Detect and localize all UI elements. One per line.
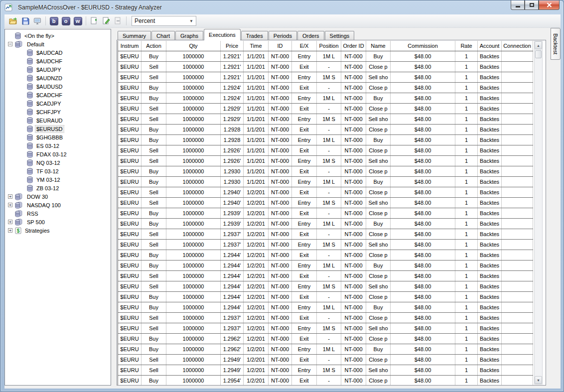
- table-row[interactable]: $EURUBuy10000001.29281/1/201NT-000Exit-N…: [118, 125, 533, 135]
- tree-item-rss[interactable]: RSS: [5, 209, 111, 218]
- tree-item--cadchf[interactable]: $CADCHF: [5, 91, 111, 99]
- column-header-qty[interactable]: Qty: [166, 41, 221, 51]
- tree-item--on-the-fly-[interactable]: <On the fly>: [5, 31, 111, 40]
- table-row[interactable]: $EURUSell10000001.2937'1/2/201NT-000Entr…: [118, 240, 533, 250]
- tree-item--euraud[interactable]: $EURAUD: [5, 116, 111, 125]
- table-row[interactable]: $EURUBuy10000001.2944'1/2/201NT-000Exit-…: [118, 250, 533, 261]
- tab-trades[interactable]: Trades: [241, 31, 268, 40]
- table-row[interactable]: $EURUSell10000001.2944'1/2/201NT-000Exit…: [118, 271, 533, 281]
- column-header-connection[interactable]: Connection: [502, 41, 533, 51]
- remove-button[interactable]: [113, 15, 124, 26]
- table-row[interactable]: $EURUSell10000001.2940'1/2/201NT-000Entr…: [118, 198, 533, 208]
- tab-executions[interactable]: Executions: [204, 29, 241, 40]
- tree-item-nasdaq-100[interactable]: +NASDAQ 100: [5, 201, 111, 209]
- tab-chart[interactable]: Chart: [151, 31, 175, 40]
- tree-item--audchf[interactable]: $AUDCHF: [5, 57, 111, 65]
- tree-item-strategies[interactable]: +$Strategies: [5, 226, 111, 235]
- tree-item--audcad[interactable]: $AUDCAD: [5, 48, 111, 57]
- column-header-position[interactable]: Position: [317, 41, 341, 51]
- tab-settings[interactable]: Settings: [325, 31, 355, 40]
- table-row[interactable]: $EURUSell10000001.2921'1/1/201NT-000Entr…: [118, 72, 533, 83]
- table-row[interactable]: $EURUBuy10000001.2924'1/1/201NT-000Entry…: [118, 93, 533, 104]
- table-row[interactable]: $EURUSell10000001.2921'1/1/201NT-000Exit…: [118, 62, 533, 72]
- optimize-mode-button[interactable]: o: [60, 15, 71, 26]
- backtest-mode-button[interactable]: b: [48, 15, 59, 26]
- table-row[interactable]: $EURUSell10000001.2937'1/2/201NT-000Entr…: [118, 323, 533, 334]
- table-row[interactable]: $EURUBuy10000001.2944'1/2/201NT-000Entry…: [118, 302, 533, 313]
- scroll-down-button[interactable]: ▼: [535, 376, 542, 384]
- tab-summary[interactable]: Summary: [118, 31, 151, 40]
- column-header-commission[interactable]: Commission: [391, 41, 455, 51]
- table-row[interactable]: $EURUSell10000001.2940'1/2/201NT-000Exit…: [118, 187, 533, 198]
- tree-item--audjpy[interactable]: $AUDJPY: [5, 65, 111, 74]
- title-bar[interactable]: SampleMACrossOver - $EURUSD - Strategy A…: [0, 0, 564, 14]
- scrollbar-thumb[interactable]: [535, 50, 542, 58]
- column-header-action[interactable]: Action: [141, 41, 166, 51]
- column-header-rate[interactable]: Rate: [455, 41, 478, 51]
- tree-item-nq-03-12[interactable]: NQ 03-12: [5, 158, 111, 167]
- table-row[interactable]: $EURUBuy10000001.2944'1/2/201NT-000Entry…: [118, 261, 533, 271]
- tab-periods[interactable]: Periods: [269, 31, 297, 40]
- save-button[interactable]: [20, 15, 31, 26]
- column-header-time[interactable]: Time: [244, 41, 269, 51]
- table-row[interactable]: $EURUSell10000001.2937'1/2/201NT-000Exit…: [118, 313, 533, 323]
- tree-item--cadjpy[interactable]: $CADJPY: [5, 99, 111, 108]
- expand-plus-icon[interactable]: +: [8, 220, 12, 224]
- minimize-button[interactable]: [511, 0, 525, 10]
- close-button[interactable]: [539, 0, 560, 10]
- table-row[interactable]: $EURUBuy10000001.29281/1/201NT-000Entry1…: [118, 135, 533, 145]
- table-row[interactable]: $EURUSell10000001.2937'1/2/201NT-000Exit…: [118, 229, 533, 240]
- column-header-e-x[interactable]: E/X: [292, 41, 317, 51]
- tree-item-dow-30[interactable]: +DOW 30: [5, 192, 111, 201]
- table-row[interactable]: $EURUSell10000001.2926'1/1/201NT-000Entr…: [118, 156, 533, 166]
- tree-item--eurusd[interactable]: $EURUSD: [5, 125, 111, 133]
- table-row[interactable]: $EURUSell10000001.2929'1/1/201NT-000Exit…: [118, 104, 533, 114]
- expand-plus-icon[interactable]: +: [8, 228, 12, 233]
- tree-item-sp-500[interactable]: +SP 500: [5, 218, 111, 226]
- table-row[interactable]: $EURUSell10000001.2949'1/2/201NT-000Entr…: [118, 365, 533, 376]
- column-header-id[interactable]: ID: [269, 41, 292, 51]
- maximize-button[interactable]: [525, 0, 539, 10]
- table-row[interactable]: $EURUBuy10000001.29301/1/201NT-000Exit-N…: [118, 166, 533, 177]
- table-row[interactable]: $EURUBuy10000001.2962'1/2/201NT-000Exit-…: [118, 334, 533, 344]
- column-header-instrum[interactable]: Instrum: [118, 41, 141, 51]
- scroll-up-button[interactable]: ▲: [535, 41, 542, 49]
- table-row[interactable]: $EURUSell10000001.2929'1/1/201NT-000Entr…: [118, 114, 533, 125]
- display-mode-select[interactable]: Percent ▼: [132, 16, 196, 26]
- table-row[interactable]: $EURUSell10000001.2944'1/2/201NT-000Entr…: [118, 281, 533, 292]
- add-button[interactable]: [89, 15, 100, 26]
- tree-item-zb-03-12[interactable]: ZB 03-12: [5, 184, 111, 192]
- tab-orders[interactable]: Orders: [297, 31, 324, 40]
- table-row[interactable]: $EURUBuy10000001.2924'1/1/201NT-000Exit-…: [118, 83, 533, 93]
- open-button[interactable]: [8, 15, 19, 26]
- table-row[interactable]: $EURUSell10000001.2949'1/2/201NT-000Exit…: [118, 355, 533, 365]
- expand-plus-icon[interactable]: +: [8, 203, 12, 207]
- column-header-price[interactable]: Price: [221, 41, 244, 51]
- display-button[interactable]: [32, 15, 43, 26]
- tree-item-tf-03-12[interactable]: TF 03-12: [5, 167, 111, 175]
- table-row[interactable]: $EURUBuy10000001.2939'1/2/201NT-000Entry…: [118, 219, 533, 229]
- column-header-account[interactable]: Account: [478, 41, 502, 51]
- tree-item-default[interactable]: −Default: [5, 40, 111, 48]
- table-row[interactable]: $EURUBuy10000001.2944'1/2/201NT-000Exit-…: [118, 292, 533, 302]
- table-row[interactable]: $EURUBuy10000001.29301/1/201NT-000Entry1…: [118, 177, 533, 187]
- tree-item-es-03-12[interactable]: ES 03-12: [5, 141, 111, 150]
- expand-plus-icon[interactable]: +: [8, 194, 12, 199]
- tree-item-fdax-03-12[interactable]: FDAX 03-12: [5, 150, 111, 158]
- tree-item-ym-03-12[interactable]: YM 03-12: [5, 175, 111, 184]
- table-row[interactable]: $EURUSell10000001.2926'1/1/201NT-000Exit…: [118, 145, 533, 156]
- vertical-scrollbar[interactable]: ▲ ▼: [534, 41, 543, 385]
- tab-backtest-vertical[interactable]: Backtest: [551, 28, 561, 60]
- column-header-order-id[interactable]: Order ID: [341, 41, 366, 51]
- walkforward-mode-button[interactable]: w: [72, 15, 83, 26]
- tree-item--ghgbbb[interactable]: $GHGBBB: [5, 133, 111, 141]
- tab-graphs[interactable]: Graphs: [175, 31, 203, 40]
- tree-item--audusd[interactable]: $AUDUSD: [5, 82, 111, 91]
- edit-button[interactable]: [101, 15, 112, 26]
- table-row[interactable]: $EURUBuy10000001.2954'1/2/201NT-000Exit-…: [118, 376, 533, 386]
- table-row[interactable]: $EURUBuy10000001.2939'1/2/201NT-000Exit-…: [118, 208, 533, 219]
- column-header-name[interactable]: Name: [366, 41, 391, 51]
- table-row[interactable]: $EURUBuy10000001.2921'1/1/201NT-000Entry…: [118, 51, 533, 62]
- collapse-minus-icon[interactable]: −: [8, 42, 12, 46]
- table-row[interactable]: $EURUBuy10000001.2962'1/2/201NT-000Entry…: [118, 344, 533, 355]
